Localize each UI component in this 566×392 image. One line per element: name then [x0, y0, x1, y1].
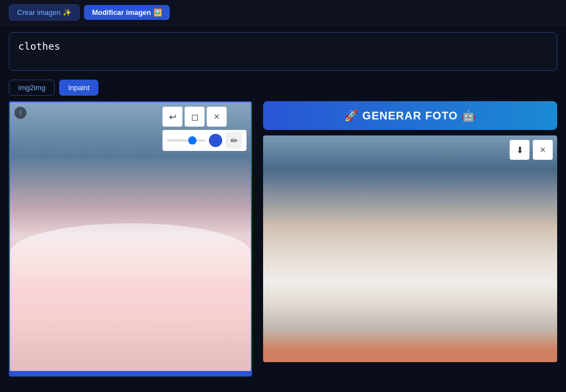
left-panel: i ↩ ◻ ×: [9, 101, 252, 377]
download-button[interactable]: ⬇: [510, 140, 530, 160]
info-icon[interactable]: i: [14, 107, 27, 119]
close-right-button[interactable]: ×: [533, 140, 553, 160]
close-left-button[interactable]: ×: [207, 107, 227, 127]
paint-mode-button[interactable]: ✏: [226, 132, 242, 149]
tabs-area: img2img Inpaint: [0, 80, 566, 101]
toolbar-row-1: ↩ ◻ ×: [163, 107, 247, 127]
eraser-icon: ◻: [191, 112, 198, 122]
image-toolbar: ↩ ◻ × ✏: [163, 107, 247, 151]
tab-inpaint[interactable]: Inpaint: [59, 80, 98, 96]
mask-overlay: [10, 223, 251, 371]
brush-size-row: ✏: [163, 130, 247, 151]
left-image-container[interactable]: i ↩ ◻ ×: [9, 101, 252, 372]
modificar-imagen-button[interactable]: Modificar imagen 🖼️: [84, 5, 170, 20]
crear-imagen-button[interactable]: Crear imagen ✨: [9, 4, 80, 20]
brush-circle-indicator: [209, 134, 222, 147]
right-panel: 🚀 GENERAR FOTO 🤖 ⬇ ×: [263, 101, 557, 377]
top-navigation-bar: Crear imagen ✨ Modificar imagen 🖼️: [0, 0, 566, 25]
close-right-icon: ×: [540, 144, 546, 156]
paint-icon: ✏: [230, 135, 238, 146]
close-icon: ×: [214, 111, 220, 123]
prompt-input[interactable]: clothes: [9, 32, 557, 71]
right-image-container: ⬇ ×: [263, 135, 557, 362]
undo-icon: ↩: [169, 112, 176, 122]
brush-size-slider[interactable]: [167, 139, 206, 142]
right-image-toolbar: ⬇ ×: [510, 140, 553, 160]
download-icon: ⬇: [516, 145, 523, 155]
tab-img2img[interactable]: img2img: [9, 80, 55, 96]
prompt-area: clothes: [0, 25, 566, 80]
generate-photo-button[interactable]: 🚀 GENERAR FOTO 🤖: [263, 101, 557, 130]
main-content: i ↩ ◻ ×: [0, 101, 566, 377]
undo-button[interactable]: ↩: [163, 107, 182, 127]
right-image: [263, 135, 557, 362]
eraser-button[interactable]: ◻: [185, 107, 205, 127]
